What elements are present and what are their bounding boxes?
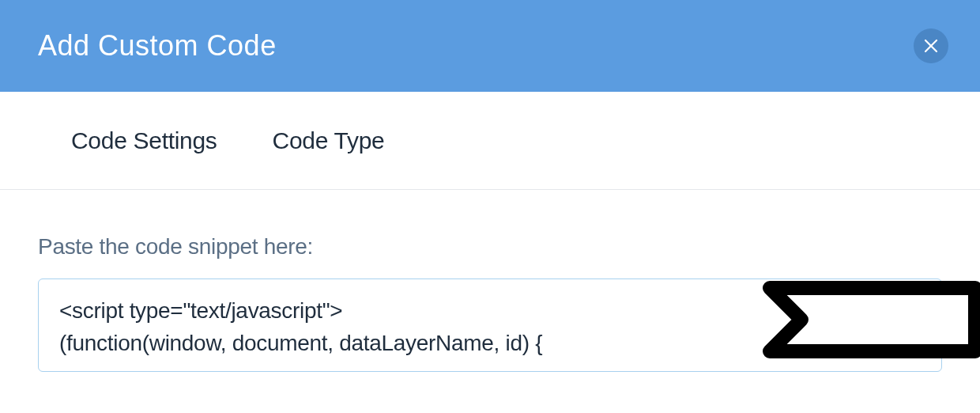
code-snippet-label: Paste the code snippet here: — [38, 234, 942, 260]
tab-code-type[interactable]: Code Type — [273, 127, 385, 154]
content-area: Paste the code snippet here: <script typ… — [0, 190, 980, 372]
tab-code-settings[interactable]: Code Settings — [71, 127, 217, 154]
code-snippet-input[interactable]: <script type="text/javascript"> (functio… — [38, 278, 942, 372]
tabs-row: Code Settings Code Type — [0, 92, 980, 190]
close-button[interactable] — [914, 28, 948, 63]
dialog-header: Add Custom Code — [0, 0, 980, 92]
code-snippet-text: <script type="text/javascript"> (functio… — [59, 295, 921, 359]
dialog-title: Add Custom Code — [38, 29, 277, 63]
close-icon — [923, 38, 939, 54]
